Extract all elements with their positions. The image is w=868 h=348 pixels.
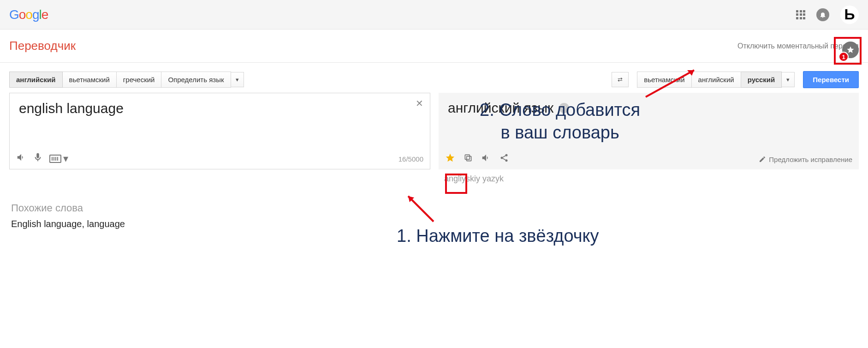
svg-point-2 bbox=[505, 154, 508, 156]
disable-instant-link[interactable]: Отключить моментальный перевод bbox=[737, 42, 859, 50]
dst-lang-more[interactable]: ▾ bbox=[782, 72, 795, 87]
src-lang-detect[interactable]: Определить язык bbox=[161, 72, 231, 88]
apps-icon[interactable] bbox=[796, 10, 805, 19]
save-star-icon[interactable] bbox=[445, 153, 455, 166]
related-title: Похожие слова bbox=[11, 202, 857, 214]
transliteration: angliyskiy yazyk bbox=[442, 169, 868, 184]
source-panel: english language ✕ ▾ 16/5000 bbox=[9, 93, 430, 169]
mic-icon[interactable] bbox=[33, 152, 43, 165]
dst-lang-tab-0[interactable]: вьетнамский bbox=[637, 72, 691, 88]
phrasebook-badge: 1 bbox=[838, 52, 849, 62]
listen-source-icon[interactable] bbox=[16, 152, 26, 165]
language-row: английский вьетнамский греческий Определ… bbox=[0, 63, 868, 93]
char-count: 16/5000 bbox=[398, 155, 423, 163]
annotation-step1-text: 1. Нажмите на звёздочку bbox=[397, 226, 599, 246]
swap-languages-button[interactable]: ⇄ bbox=[612, 72, 629, 87]
svg-rect-1 bbox=[465, 155, 470, 159]
clear-source-button[interactable]: ✕ bbox=[416, 98, 423, 109]
share-icon[interactable] bbox=[499, 153, 509, 165]
app-title: Переводчик bbox=[9, 39, 76, 53]
copy-icon[interactable] bbox=[464, 153, 473, 165]
svg-point-4 bbox=[505, 159, 508, 162]
src-lang-tab-0[interactable]: английский bbox=[9, 72, 63, 88]
translate-button[interactable]: Перевести bbox=[803, 71, 859, 88]
google-logo[interactable]: Google bbox=[9, 7, 48, 22]
notifications-icon[interactable] bbox=[816, 8, 829, 21]
svg-point-3 bbox=[501, 157, 503, 159]
keyboard-icon[interactable]: ▾ bbox=[49, 153, 68, 165]
suggest-edit-link[interactable]: Предложить исправление bbox=[759, 156, 852, 163]
src-lang-tab-1[interactable]: вьетнамский bbox=[63, 72, 117, 88]
svg-rect-0 bbox=[467, 156, 471, 161]
src-lang-more[interactable]: ▾ bbox=[231, 72, 244, 87]
account-avatar[interactable]: Ь bbox=[840, 6, 859, 24]
listen-target-icon[interactable] bbox=[481, 153, 491, 166]
sub-bar: Переводчик Отключить моментальный перево… bbox=[0, 30, 868, 63]
annotation-step2-text: 2. Слово добавится в ваш словарь bbox=[480, 99, 640, 144]
top-bar: Google Ь bbox=[0, 0, 868, 30]
source-textarea[interactable]: english language bbox=[19, 101, 400, 116]
dst-lang-tab-1[interactable]: английский bbox=[692, 72, 741, 88]
dst-lang-tab-2[interactable]: русский bbox=[741, 72, 782, 88]
src-lang-tab-2[interactable]: греческий bbox=[117, 72, 162, 88]
